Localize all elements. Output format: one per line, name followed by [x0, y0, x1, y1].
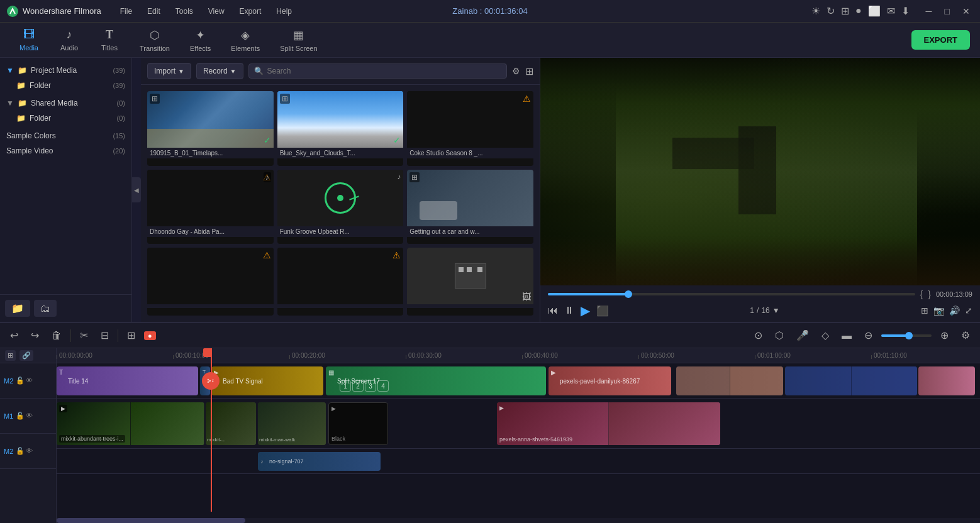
new-folder-button[interactable]: 📁 — [5, 300, 30, 317]
tree-folder-2[interactable]: 📁 Folder (0) — [0, 111, 131, 126]
play-button[interactable]: ▶ — [581, 303, 590, 318]
panel-collapse-button[interactable]: ◀ — [132, 177, 141, 202]
clip-split-screen[interactable]: ▦ Split Screen 17 1 2 3 4 — [326, 366, 546, 395]
toolbar-media[interactable]: 🎞 Media — [10, 25, 48, 55]
menu-file[interactable]: File — [114, 4, 138, 18]
v1-lock-icon[interactable]: 🔓 — [16, 377, 25, 385]
v2-lock-icon[interactable]: 🔓 — [16, 412, 25, 420]
tree-sample-colors[interactable]: Sample Colors (15) — [0, 128, 131, 143]
clip-man-walk[interactable]: mixkit-man-walk ⊞ — [258, 402, 326, 445]
layout-icon[interactable]: ⊞ — [841, 5, 849, 17]
v1-eye-icon[interactable]: 👁 — [26, 377, 33, 385]
menu-edit[interactable]: Edit — [141, 4, 167, 18]
minimize-button[interactable]: ─ — [922, 5, 936, 18]
mail-icon[interactable]: ✉ — [887, 5, 895, 17]
add-media-button[interactable]: ⊞ — [123, 328, 139, 343]
tree-project-media[interactable]: ▼ 📁 Project Media (39) — [0, 63, 131, 78]
toolbar-titles[interactable]: T Titles — [91, 25, 128, 55]
media-item-timelapse[interactable]: ⊞ ✓ 190915_B_01_Timelaps... — [147, 91, 274, 166]
zoom-handle[interactable] — [905, 332, 913, 339]
media-item-8[interactable]: ⚠ — [277, 248, 404, 316]
search-input[interactable] — [267, 67, 501, 75]
clip-no-signal-audio[interactable]: ♪ no-signal-707 — [258, 452, 381, 471]
stop-button[interactable]: ⬛ — [596, 305, 609, 317]
timeline-scrollbar-thumb[interactable] — [57, 518, 245, 523]
motion-track-button[interactable]: ⊙ — [750, 328, 766, 343]
frame-back-button[interactable]: ⏸ — [564, 305, 574, 316]
toolbar-elements[interactable]: ◈ Elements — [222, 25, 269, 56]
maximize-button[interactable]: □ — [941, 5, 954, 18]
media-item-car[interactable]: ⊞ Getting out a car and w... — [407, 170, 533, 245]
tree-sample-video[interactable]: Sample Video (20) — [0, 143, 131, 158]
settings-button[interactable]: ⚙ — [957, 328, 974, 343]
volume-button[interactable]: 🔊 — [949, 306, 960, 316]
toolbar-audio[interactable]: ♪ Audio — [50, 25, 88, 55]
menu-tools[interactable]: Tools — [169, 4, 199, 18]
timeline-scrollbar[interactable] — [57, 518, 980, 523]
menu-export[interactable]: Export — [233, 4, 268, 18]
clip-far-right-1[interactable] — [676, 366, 783, 395]
clip-pexels-pavel[interactable]: ▶ pexels-pavel-danilyuk-86267 — [548, 366, 671, 395]
media-item-7[interactable]: ⚠ — [147, 248, 274, 316]
toolbar-effects[interactable]: ✦ Effects — [181, 25, 220, 56]
account-icon[interactable]: ● — [855, 5, 862, 17]
sun-icon[interactable]: ☀ — [811, 5, 820, 17]
progress-handle[interactable] — [625, 290, 632, 298]
tree-shared-media[interactable]: ▼ 📁 Shared Media (0) — [0, 96, 131, 111]
timeline-track-audio[interactable]: ♪ no-signal-707 — [57, 449, 980, 474]
clip-abundant-trees[interactable]: ▶ mixkit-abundant-trees-i... — [57, 402, 204, 445]
snapshot-button[interactable]: 📷 — [933, 306, 944, 316]
timeline-track-v2[interactable]: ▶ mixkit-abundant-trees-i... mixkit-... … — [57, 399, 980, 449]
filter-icon[interactable]: ⚙ — [512, 66, 520, 76]
media-item-9[interactable]: 🖼 — [407, 248, 533, 316]
v2-eye-icon[interactable]: 👁 — [26, 412, 33, 420]
progress-track[interactable] — [548, 293, 915, 295]
media-item-funk[interactable]: ♪ Funk Groove Upbeat R... — [277, 170, 404, 245]
media-item-coke[interactable]: ⚠ Coke Studio Season 8 _... — [407, 91, 533, 166]
download-icon[interactable]: ⬇ — [901, 5, 910, 17]
step-back-button[interactable]: ⏮ — [548, 305, 558, 316]
speed-minus-button[interactable]: ⊖ — [860, 328, 876, 343]
clip-pexels-anna[interactable]: ▶ pexels-anna-shvets-5461939 — [497, 402, 720, 445]
a1-eye-icon[interactable]: 👁 — [26, 447, 33, 455]
clip-far-right-3[interactable] — [918, 366, 975, 395]
save-icon[interactable]: ⬜ — [868, 5, 881, 17]
a1-lock-icon[interactable]: 🔓 — [16, 447, 25, 455]
record-button[interactable]: Record ▼ — [196, 63, 243, 79]
new-bin-button[interactable]: 🗂 — [34, 300, 57, 317]
redo-button[interactable]: ↪ — [27, 328, 43, 343]
toolbar-transition[interactable]: ⬡ Transition — [131, 25, 179, 56]
toolbar-split-screen[interactable]: ▦ Split Screen — [271, 25, 326, 56]
tree-folder-1[interactable]: 📁 Folder (39) — [0, 78, 131, 93]
timeline-track-v1[interactable]: T Title 14 T ▶ Bad TV Signal ▦ Split Scr… — [57, 363, 980, 399]
voice-button[interactable]: 🎤 — [793, 328, 813, 343]
keyframe-button[interactable]: ◇ — [818, 328, 833, 343]
media-item-dhoon[interactable]: ⚠ ♪ Dhoondo Gay - Abida Pa... — [147, 170, 274, 245]
import-button[interactable]: Import ▼ — [147, 63, 191, 79]
timeline-content[interactable]: 00:00:00:00 00:00:10:00 00:00:20:00 00:0… — [57, 348, 980, 523]
captions-button[interactable]: ▬ — [838, 328, 855, 343]
media-item-sky[interactable]: ⊞ ✓ Blue_Sky_and_Clouds_T... — [277, 91, 404, 166]
clip-black[interactable]: ▶ Black — [328, 402, 388, 445]
close-button[interactable]: ✕ — [959, 5, 974, 18]
link-tracks-button[interactable]: 🔗 — [19, 350, 33, 361]
page-down-arrow-icon[interactable]: ▼ — [772, 306, 780, 315]
cut-button[interactable]: ✂ — [76, 328, 92, 343]
delete-button[interactable]: 🗑 — [48, 328, 65, 343]
clip-title-14[interactable]: T Title 14 — [57, 366, 198, 395]
menu-help[interactable]: Help — [270, 4, 298, 18]
zoom-slider[interactable] — [881, 334, 932, 337]
add-track-button[interactable]: ⊞ — [5, 350, 16, 361]
menu-view[interactable]: View — [202, 4, 231, 18]
speed-plus-button[interactable]: ⊕ — [937, 328, 952, 343]
clip-bad-tv[interactable]: ▶ Bad TV Signal — [211, 366, 323, 395]
clip-trees-small[interactable]: mixkit-... — [206, 402, 256, 445]
full-screen-button[interactable]: ⊞ — [921, 306, 928, 316]
fit-button[interactable]: ⤢ — [965, 306, 972, 316]
clip-far-right-2[interactable] — [785, 366, 917, 395]
sync-icon[interactable]: ↻ — [827, 5, 835, 17]
export-button[interactable]: EXPORT — [911, 30, 970, 50]
ai-remove-button[interactable]: ⬡ — [771, 328, 788, 343]
adjust-button[interactable]: ⊟ — [97, 328, 113, 343]
scissors-tool[interactable]: ✂ — [202, 372, 220, 390]
